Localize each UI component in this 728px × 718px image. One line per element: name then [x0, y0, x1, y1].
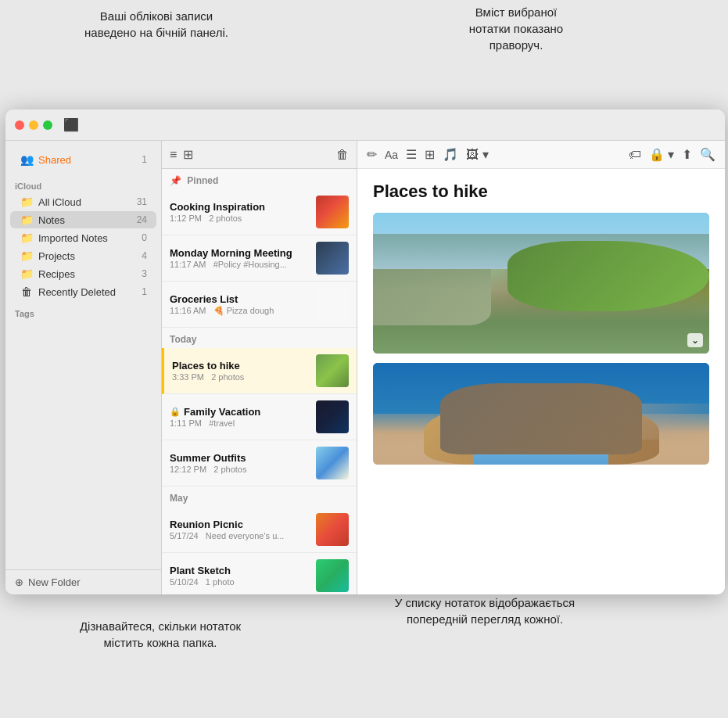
note-meta-plant: 5/10/24 1 photo: [170, 577, 310, 587]
pinned-header: 📌 Pinned: [162, 169, 357, 189]
sidebar-item-shared[interactable]: 👥 Shared 1: [10, 151, 156, 168]
note-thumb-monday: [316, 242, 349, 275]
note-meta-groceries: 11:16 AM 🍕 Pizza dough: [170, 306, 310, 316]
compose-icon[interactable]: ✏: [367, 147, 377, 162]
note-info-groceries: Groceries List 11:16 AM 🍕 Pizza dough: [170, 293, 310, 316]
sidebar-item-notes[interactable]: 📁 Notes 24: [10, 211, 156, 228]
note-thumb-summer: [316, 447, 349, 479]
lock-small-icon: 🔒: [170, 407, 181, 417]
note-item-plant[interactable]: Plant Sketch 5/10/24 1 photo: [162, 553, 357, 594]
sidebar-bottom: ⊕ New Folder: [5, 569, 161, 594]
sidebar-item-projects[interactable]: 📁 Projects 4: [10, 247, 156, 264]
minimize-button[interactable]: [29, 120, 38, 130]
note-item-hike[interactable]: Places to hike 3:33 PM 2 photos: [162, 348, 357, 394]
sidebar-item-projects-count: 4: [142, 250, 147, 261]
note-info-cooking: Cooking Inspiration 1:12 PM 2 photos: [170, 201, 310, 223]
note-list-items: 📌 Pinned Cooking Inspiration 1:12 PM 2 p…: [162, 169, 357, 594]
note-meta-hike: 3:33 PM 2 photos: [172, 372, 310, 382]
callout-top-left: Ваші облікові записи наведено на бічній …: [66, 8, 246, 41]
audio-icon[interactable]: 🎵: [443, 147, 458, 162]
note-thumb-plant: [316, 559, 349, 592]
landscape-image-2: [373, 363, 709, 465]
note-thumb-reunion: [316, 513, 349, 546]
sidebar-item-projects-label: Projects: [38, 250, 142, 262]
note-thumb-hike: [316, 354, 349, 387]
notes-icon: 📁: [20, 214, 34, 226]
icloud-header: iCloud: [5, 175, 161, 192]
note-detail-toolbar: ✏ Aa ☰ ⊞ 🎵 🖼 ▾ 🏷 🔒 ▾ ⬆ 🔍: [357, 141, 725, 169]
landscape-image-1: [373, 213, 709, 354]
note-meta-reunion: 5/17/24 Need everyone's u...: [170, 531, 310, 540]
sidebar-item-recipes-label: Recipes: [38, 268, 142, 280]
font-icon[interactable]: Aa: [385, 149, 398, 161]
lock-icon[interactable]: 🔒 ▾: [649, 147, 674, 162]
shared-label: Shared: [38, 154, 142, 166]
sidebar-item-notes-count: 24: [137, 214, 147, 225]
list-view-icon[interactable]: ≡: [170, 148, 177, 162]
recipes-icon: 📁: [20, 267, 34, 280]
note-list-toolbar: ≡ ⊞ 🗑: [162, 141, 357, 169]
note-info-summer: Summer Outfits 12:12 PM 2 photos: [170, 452, 310, 474]
new-folder-plus-icon: ⊕: [15, 576, 23, 588]
note-item-reunion[interactable]: Reunion Picnic 5/17/24 Need everyone's u…: [162, 507, 357, 553]
sidebar: 👥 Shared 1 iCloud 📁 All iCloud 31 📁 Note…: [5, 141, 162, 594]
note-list: ≡ ⊞ 🗑 📌 Pinned Cooking Inspiration 1:12 …: [162, 141, 357, 594]
maximize-button[interactable]: [43, 120, 52, 130]
note-detail-title: Places to hike: [373, 181, 709, 202]
all-icloud-icon: 📁: [20, 196, 34, 208]
search-icon[interactable]: 🔍: [700, 147, 715, 162]
traffic-lights: [15, 120, 52, 130]
callout-bottom-left: Дізнавайтеся, скільки нотаток містить ко…: [63, 618, 258, 651]
note-item-groceries[interactable]: Groceries List 11:16 AM 🍕 Pizza dough: [162, 282, 357, 328]
checklist-icon[interactable]: ☰: [406, 147, 417, 162]
sidebar-item-imported-notes-label: Imported Notes: [38, 232, 142, 244]
note-title-groceries: Groceries List: [170, 293, 310, 305]
grid-view-icon[interactable]: ⊞: [183, 147, 193, 162]
share-icon[interactable]: ⬆: [682, 147, 692, 162]
note-item-cooking[interactable]: Cooking Inspiration 1:12 PM 2 photos: [162, 189, 357, 235]
note-image-2: [373, 363, 709, 465]
delete-note-icon[interactable]: 🗑: [336, 148, 349, 162]
expand-button[interactable]: ⌄: [687, 333, 703, 347]
note-title-monday: Monday Morning Meeting: [170, 247, 310, 259]
tags-header: Tags: [5, 304, 161, 320]
projects-icon: 📁: [20, 250, 34, 262]
note-info-reunion: Reunion Picnic 5/17/24 Need everyone's u…: [170, 519, 310, 540]
tag-icon[interactable]: 🏷: [629, 148, 641, 162]
note-info-monday: Monday Morning Meeting 11:17 AM #Policy …: [170, 247, 310, 269]
note-thumb-cooking: [316, 196, 349, 228]
note-image-1: ⌄: [373, 213, 709, 354]
new-folder-label: New Folder: [28, 576, 80, 588]
note-detail: ✏ Aa ☰ ⊞ 🎵 🖼 ▾ 🏷 🔒 ▾ ⬆ 🔍 Places to hike: [357, 141, 725, 594]
media-dropdown-icon[interactable]: 🖼 ▾: [466, 147, 488, 162]
sidebar-toggle-icon[interactable]: ⬛: [63, 117, 79, 132]
new-folder-button[interactable]: ⊕ New Folder: [15, 576, 152, 588]
note-meta-summer: 12:12 PM 2 photos: [170, 465, 310, 474]
note-item-monday[interactable]: Monday Morning Meeting 11:17 AM #Policy …: [162, 235, 357, 282]
note-item-summer[interactable]: Summer Outfits 12:12 PM 2 photos: [162, 440, 357, 486]
table-icon[interactable]: ⊞: [425, 147, 435, 162]
note-info-hike: Places to hike 3:33 PM 2 photos: [172, 360, 310, 382]
note-detail-content: Places to hike ⌄: [357, 169, 725, 594]
note-thumb-vacation: [316, 400, 349, 433]
shared-count: 1: [142, 154, 147, 165]
may-header: May: [162, 486, 357, 507]
sidebar-item-imported-notes[interactable]: 📁 Imported Notes 0: [10, 229, 156, 246]
sidebar-item-recipes[interactable]: 📁 Recipes 3: [10, 265, 156, 282]
titlebar: ⬛: [5, 109, 725, 141]
note-title-plant: Plant Sketch: [170, 565, 310, 576]
note-title-reunion: Reunion Picnic: [170, 519, 310, 530]
note-title-hike: Places to hike: [172, 360, 310, 372]
note-title-cooking: Cooking Inspiration: [170, 201, 310, 213]
note-title-summer: Summer Outfits: [170, 452, 310, 464]
icloud-section: iCloud 📁 All iCloud 31 📁 Notes 24 📁 Impo…: [5, 172, 161, 304]
note-meta-monday: 11:17 AM #Policy #Housing...: [170, 260, 310, 269]
sidebar-item-recently-deleted-label: Recently Deleted: [38, 286, 142, 298]
note-meta-vacation: 1:11 PM #travel: [170, 418, 310, 428]
close-button[interactable]: [15, 120, 24, 130]
main-window: ⬛ 👥 Shared 1 iCloud 📁 All iCloud 31: [5, 109, 725, 594]
shared-icon: 👥: [20, 153, 34, 166]
sidebar-item-recently-deleted[interactable]: 🗑 Recently Deleted 1: [10, 283, 156, 300]
sidebar-item-all-icloud[interactable]: 📁 All iCloud 31: [10, 193, 156, 210]
note-item-vacation[interactable]: 🔒 Family Vacation 1:11 PM #travel: [162, 394, 357, 440]
